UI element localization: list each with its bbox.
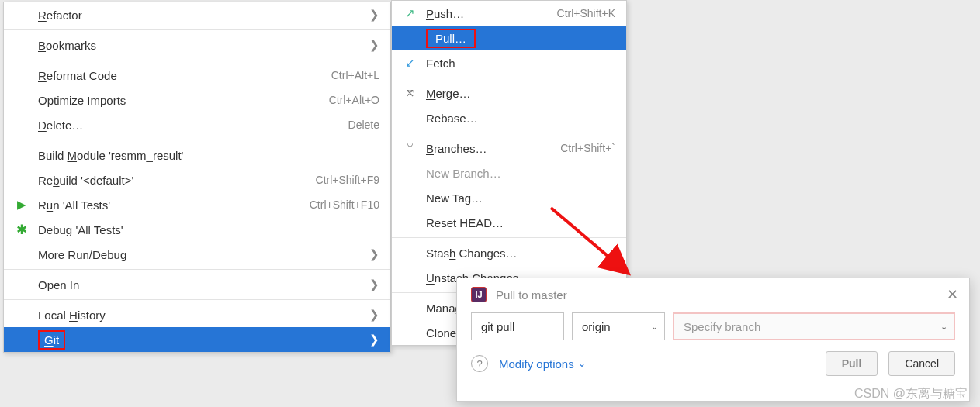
chevron-right-icon: ❯ — [369, 38, 379, 52]
menu-item-git[interactable]: Git❯ — [4, 327, 390, 352]
shortcut-label: Ctrl+Shift+` — [560, 142, 615, 154]
dialog-title: Pull to master — [496, 288, 567, 302]
remote-select[interactable]: origin⌄ — [572, 312, 665, 340]
shortcut-label: Ctrl+Alt+L — [331, 69, 379, 81]
dialog-header: IJ Pull to master ✕ — [457, 278, 969, 308]
chevron-right-icon: ❯ — [369, 247, 379, 261]
shortcut-label: Ctrl+Shift+F10 — [310, 198, 379, 211]
chevron-right-icon: ❯ — [369, 8, 379, 22]
branch-icon: ᛘ — [403, 142, 417, 155]
menu-item-refactor[interactable]: Refactor❯ — [4, 2, 390, 27]
menu-item-new-branch[interactable]: New Branch… — [392, 160, 626, 185]
menu-item-optimize-imports[interactable]: Optimize ImportsCtrl+Alt+O — [4, 88, 390, 112]
menu-item-open-in[interactable]: Open In❯ — [4, 272, 390, 297]
chevron-down-icon: ⌄ — [940, 322, 947, 332]
app-icon: IJ — [471, 287, 487, 302]
separator — [4, 269, 390, 270]
run-icon: ▶ — [15, 198, 29, 212]
menu-item-push[interactable]: ↗Push…Ctrl+Shift+K — [392, 1, 626, 26]
menu-item-merge[interactable]: ⤲Merge… — [392, 81, 626, 105]
git-command-select[interactable]: git pull — [471, 312, 564, 340]
fetch-icon: ↙ — [403, 56, 417, 70]
menu-item-debug[interactable]: ✱Debug 'All Tests' — [4, 217, 390, 242]
chevron-down-icon: ⌄ — [651, 322, 658, 332]
separator — [392, 133, 626, 133]
shortcut-label: Ctrl+Shift+F9 — [316, 174, 379, 186]
chevron-down-icon: ⌄ — [578, 358, 586, 369]
menu-item-reformat-code[interactable]: Reformat CodeCtrl+Alt+L — [4, 63, 390, 88]
watermark-text: CSDN @东离与糖宝 — [854, 386, 968, 402]
menu-item-more-run-debug[interactable]: More Run/Debug❯ — [4, 242, 390, 267]
menu-item-reset-head[interactable]: Reset HEAD… — [392, 210, 626, 235]
debug-icon: ✱ — [15, 222, 29, 238]
branch-input[interactable]: Specify branch⌄ — [673, 312, 955, 340]
menu-item-run[interactable]: ▶Run 'All Tests'Ctrl+Shift+F10 — [4, 192, 390, 217]
separator — [4, 299, 390, 300]
pull-button[interactable]: Pull — [826, 351, 878, 376]
separator — [392, 78, 626, 78]
menu-item-new-tag[interactable]: New Tag… — [392, 185, 626, 210]
chevron-right-icon: ❯ — [369, 333, 379, 347]
close-icon[interactable]: ✕ — [947, 286, 958, 303]
menu-item-local-history[interactable]: Local History❯ — [4, 302, 390, 327]
shortcut-label: Ctrl+Shift+K — [557, 7, 615, 19]
menu-item-build-module[interactable]: Build Module 'resmm_result' — [4, 143, 390, 167]
pull-dialog: IJ Pull to master ✕ git pull origin⌄ Spe… — [456, 278, 970, 402]
menu-item-fetch[interactable]: ↙Fetch — [392, 50, 626, 75]
chevron-right-icon: ❯ — [369, 308, 379, 322]
menu-item-stash[interactable]: Stash Changes… — [392, 240, 626, 265]
context-menu-main: Refactor❯ Bookmarks❯ Reformat CodeCtrl+A… — [3, 2, 391, 353]
chevron-right-icon: ❯ — [369, 278, 379, 291]
separator — [4, 29, 390, 30]
shortcut-label: Ctrl+Alt+O — [329, 94, 379, 106]
menu-item-delete[interactable]: Delete…Delete — [4, 112, 390, 137]
menu-item-bookmarks[interactable]: Bookmarks❯ — [4, 33, 390, 57]
help-icon[interactable]: ? — [471, 355, 488, 372]
menu-item-rebuild[interactable]: Rebuild '<default>'Ctrl+Shift+F9 — [4, 167, 390, 192]
separator — [392, 237, 626, 238]
shortcut-label: Delete — [348, 119, 379, 131]
menu-item-branches[interactable]: ᛘBranches…Ctrl+Shift+` — [392, 136, 626, 160]
separator — [4, 140, 390, 140]
menu-item-rebase[interactable]: Rebase… — [392, 105, 626, 130]
separator — [4, 60, 390, 60]
push-icon: ↗ — [403, 6, 417, 20]
cancel-button[interactable]: Cancel — [888, 351, 955, 376]
menu-item-pull[interactable]: Pull… — [392, 26, 626, 50]
merge-icon: ⤲ — [403, 86, 417, 100]
modify-options-link[interactable]: Modify options⌄ — [499, 357, 586, 371]
